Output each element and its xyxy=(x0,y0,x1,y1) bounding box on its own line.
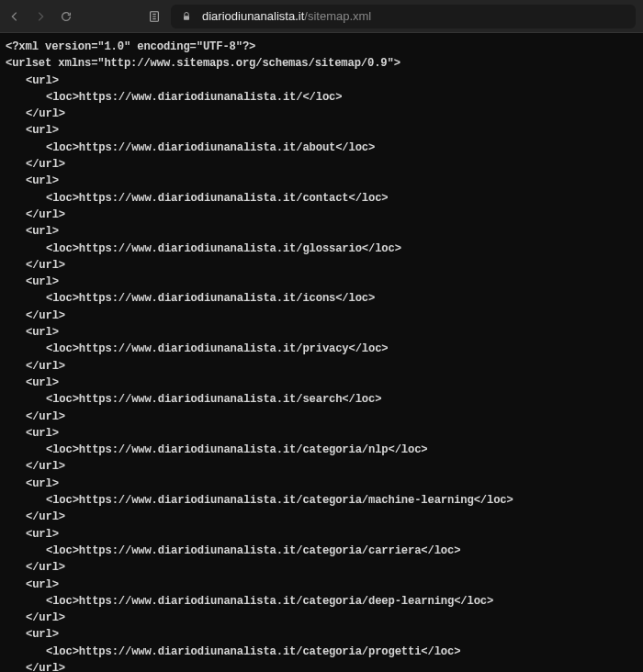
lock-icon xyxy=(180,10,193,23)
xml-line: <url> xyxy=(26,324,637,341)
svg-rect-4 xyxy=(184,16,189,20)
xml-line: </url> xyxy=(26,308,637,324)
xml-line: </url> xyxy=(26,660,637,672)
xml-line: <loc>https://www.diariodiunanalista.it/i… xyxy=(46,290,637,307)
xml-line: <loc>https://www.diariodiunanalista.it/c… xyxy=(46,442,637,458)
xml-line: <loc>https://www.diariodiunanalista.it/c… xyxy=(46,543,637,559)
xml-line: <loc>https://www.diariodiunanalista.it/c… xyxy=(46,492,637,509)
browser-toolbar: diariodiunanalista.it/sitemap.xml xyxy=(0,0,643,33)
xml-line: <?xml version="1.0" encoding="UTF-8"?> xyxy=(6,39,637,55)
xml-line: <loc>https://www.diariodiunanalista.it/c… xyxy=(46,593,637,610)
xml-line: <url> xyxy=(26,274,637,290)
xml-content: <?xml version="1.0" encoding="UTF-8"?><u… xyxy=(0,33,643,672)
xml-line: <loc>https://www.diariodiunanalista.it/s… xyxy=(46,391,637,408)
xml-line: <loc>https://www.diariodiunanalista.it/c… xyxy=(46,644,637,660)
reader-icon[interactable] xyxy=(147,9,162,24)
xml-line: </url> xyxy=(26,409,637,425)
xml-line: </url> xyxy=(26,559,637,576)
xml-line: <url> xyxy=(26,375,637,391)
xml-line: <loc>https://www.diariodiunanalista.it/c… xyxy=(46,190,637,207)
xml-line: <url> xyxy=(26,425,637,442)
url-bar[interactable]: diariodiunanalista.it/sitemap.xml xyxy=(171,5,636,28)
url-domain: diariodiunanalista.it xyxy=(202,9,304,23)
xml-line: <loc>https://www.diariodiunanalista.it/p… xyxy=(46,341,637,357)
url-path: /sitemap.xml xyxy=(304,9,371,23)
xml-line: <url> xyxy=(26,577,637,593)
forward-icon[interactable] xyxy=(33,9,48,24)
xml-line: <url> xyxy=(26,526,637,543)
xml-line: <url> xyxy=(26,122,637,139)
xml-line: </url> xyxy=(26,358,637,375)
back-icon[interactable] xyxy=(7,9,22,24)
xml-line: </url> xyxy=(26,257,637,274)
xml-line: </url> xyxy=(26,207,637,223)
nav-controls xyxy=(7,9,73,24)
xml-line: <url> xyxy=(26,73,637,89)
xml-line: </url> xyxy=(26,458,637,475)
xml-line: </url> xyxy=(26,106,637,122)
xml-line: </url> xyxy=(26,156,637,173)
xml-line: <loc>https://www.diariodiunanalista.it/a… xyxy=(46,140,637,156)
xml-line: <urlset xmlns="http://www.sitemaps.org/s… xyxy=(6,55,637,72)
xml-line: <url> xyxy=(26,223,637,240)
url-text: diariodiunanalista.it/sitemap.xml xyxy=(202,9,371,23)
xml-line: <url> xyxy=(26,173,637,189)
xml-line: <url> xyxy=(26,476,637,492)
xml-line: <loc>https://www.diariodiunanalista.it/<… xyxy=(46,89,637,106)
xml-line: </url> xyxy=(26,509,637,525)
reload-icon[interactable] xyxy=(59,9,73,24)
xml-line: <loc>https://www.diariodiunanalista.it/g… xyxy=(46,241,637,257)
xml-line: <url> xyxy=(26,626,637,643)
xml-line: </url> xyxy=(26,610,637,626)
